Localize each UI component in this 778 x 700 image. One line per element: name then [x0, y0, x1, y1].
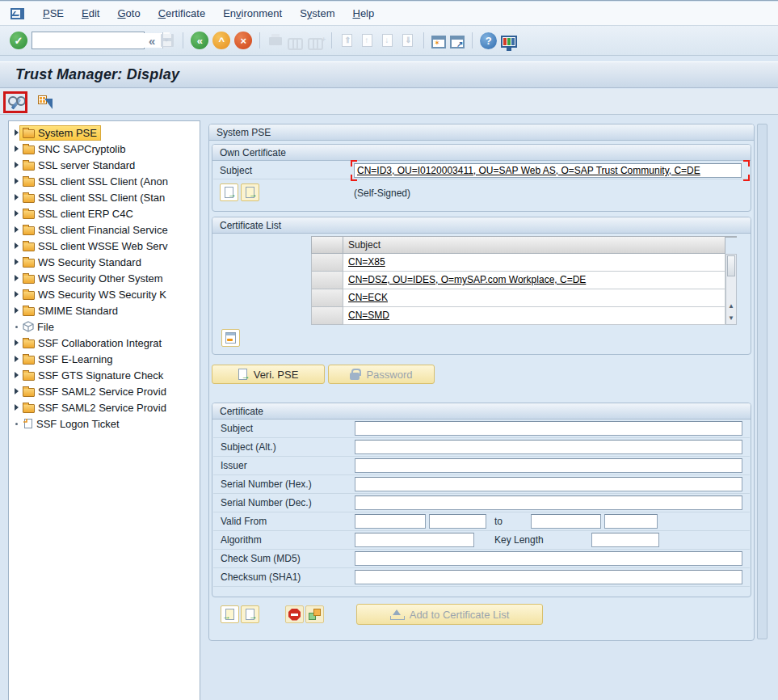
menu-help[interactable]: Help	[343, 4, 383, 23]
export-certificate-button[interactable]: →	[220, 183, 238, 201]
tree-item-system-pse[interactable]: System PSE	[12, 124, 200, 141]
help-icon[interactable]: ?	[480, 32, 497, 49]
command-input[interactable]	[32, 33, 162, 48]
last-page-icon[interactable]: ⇓	[400, 32, 416, 48]
to-label: to	[494, 516, 503, 527]
valid-to-date-field[interactable]	[531, 514, 601, 529]
control-menu-icon[interactable]	[11, 8, 24, 19]
certificate-link[interactable]: CN=SMD	[348, 310, 389, 321]
collapse-icon[interactable]: «	[149, 34, 155, 48]
password-button[interactable]: Password	[328, 365, 435, 384]
menu-certificate[interactable]: Certificate	[149, 4, 215, 23]
next-page-icon[interactable]: ↓	[380, 32, 396, 48]
valid-from-date-field[interactable]	[355, 514, 426, 529]
delete-row-button[interactable]	[221, 329, 240, 347]
row-selector[interactable]	[311, 289, 343, 307]
new-session-icon[interactable]: ✶	[431, 36, 446, 48]
menu-environment[interactable]: Environment	[214, 4, 291, 23]
menu-pse[interactable]: PSE	[34, 4, 73, 23]
row-selector[interactable]	[311, 272, 343, 289]
valid-to-time-field[interactable]	[604, 514, 658, 529]
key-length-label: Key Length	[494, 534, 544, 546]
table-row[interactable]: CN=DSZ, OU=IDES, O=mySAP.com Workplace, …	[311, 272, 737, 289]
tree-item-ssl-client-financial[interactable]: SSL client Financial Service	[12, 221, 200, 238]
print-icon[interactable]	[267, 32, 284, 48]
certificate-link[interactable]: CN=X85	[348, 256, 385, 268]
back-icon[interactable]: «	[191, 32, 208, 49]
table-row[interactable]: CN=X85	[311, 254, 737, 272]
tree-item-ssl-client-anonymous[interactable]: SSL client SSL Client (Anon	[12, 173, 200, 189]
subject-field[interactable]	[355, 421, 742, 436]
tree-item-ssf-collaboration[interactable]: SSF Collaboration Integrat	[12, 335, 200, 351]
import-certificate-file-button[interactable]: →	[241, 605, 259, 623]
key-length-field[interactable]	[591, 533, 659, 547]
command-field[interactable]: ▼	[32, 32, 145, 49]
checksum-md5-field[interactable]	[355, 551, 742, 566]
folder-icon	[23, 356, 35, 365]
stop-button[interactable]	[285, 605, 304, 623]
enter-icon[interactable]: ✓	[10, 32, 27, 49]
algorithm-field[interactable]	[355, 533, 474, 547]
tree-item-ws-security-other[interactable]: WS Security Other System	[12, 270, 200, 286]
response-button[interactable]	[305, 605, 324, 623]
tree-item-ssf-elearning[interactable]: SSF E-Learning	[12, 351, 200, 367]
subject-alt-field[interactable]	[355, 440, 742, 454]
find-icon[interactable]	[288, 35, 304, 51]
previous-page-icon[interactable]: ↑	[360, 32, 376, 48]
customize-layout-icon[interactable]	[501, 36, 517, 48]
certificate-link[interactable]: CN=DSZ, OU=IDES, O=mySAP.com Workplace, …	[348, 274, 586, 285]
table-scrollbar[interactable]: ▲ ▼	[725, 254, 737, 325]
tree-item-ssf-saml2-2[interactable]: SSF SAML2 Service Provid	[12, 399, 200, 415]
folder-icon	[23, 372, 35, 381]
standard-toolbar: ✓ ▼ « « ^ × + ⇑ ↑ ↓ ⇓ ✶ ↗ ?	[0, 26, 778, 56]
table-row[interactable]: CN=SMD	[311, 307, 737, 325]
tree-item-snc-sapcryptolib[interactable]: SNC SAPCryptolib	[12, 141, 200, 157]
issuer-field[interactable]	[355, 458, 742, 473]
tree-item-ssl-client-erp-c4c[interactable]: SSL client ERP C4C	[12, 205, 200, 221]
serial-dec-field[interactable]	[355, 495, 742, 510]
tree-item-ssl-server-standard[interactable]: SSL server Standard	[12, 157, 200, 173]
tree-item-file[interactable]: File	[12, 318, 200, 335]
tree-item-ssf-logon-ticket[interactable]: SSF Logon Ticket	[12, 415, 200, 432]
tree-item-ssf-gts[interactable]: SSF GTS Signature Check	[12, 367, 200, 383]
veri-pse-button[interactable]: → Veri. PSE	[212, 365, 325, 384]
subject-column-header[interactable]: Subject	[343, 236, 725, 254]
checksum-sha1-label: Checksum (SHA1)	[221, 571, 301, 583]
row-selector[interactable]	[311, 254, 343, 272]
first-page-icon[interactable]: ⇑	[339, 32, 355, 48]
import-icon[interactable]	[38, 95, 53, 110]
selector-column-header[interactable]	[311, 236, 343, 254]
folder-icon	[23, 404, 35, 413]
scroll-up-icon[interactable]: ▲	[726, 301, 736, 312]
table-header-row: Subject	[311, 236, 737, 254]
menu-system[interactable]: System	[291, 4, 343, 23]
add-to-certificate-list-button[interactable]: Add to Certificate List	[356, 604, 543, 625]
vertical-scrollbar[interactable]	[757, 124, 767, 639]
page-up-icon[interactable]: ^	[212, 32, 230, 49]
scrollbar-thumb[interactable]	[727, 255, 735, 276]
tree-item-ws-security-standard[interactable]: WS Security Standard	[12, 254, 200, 270]
tree-item-ssl-client-standard[interactable]: SSL client SSL Client (Stan	[12, 189, 200, 205]
save-icon[interactable]	[159, 32, 175, 48]
table-row[interactable]: CN=ECK	[311, 289, 737, 307]
row-selector[interactable]	[311, 307, 343, 325]
create-shortcut-icon[interactable]: ↗	[450, 36, 465, 48]
exit-icon[interactable]: ×	[234, 32, 252, 49]
tree-item-smime-standard[interactable]: SMIME Standard	[12, 302, 200, 318]
import-certificate-button[interactable]: →	[221, 605, 239, 623]
system-pse-group-title: System PSE	[209, 124, 754, 141]
own-subject-field[interactable]	[354, 163, 742, 178]
tree-item-ssf-saml2-1[interactable]: SSF SAML2 Service Provid	[12, 383, 200, 399]
scroll-down-icon[interactable]: ▼	[726, 313, 736, 324]
menu-edit[interactable]: Edit	[73, 4, 108, 23]
menu-goto[interactable]: Goto	[108, 4, 149, 23]
valid-from-time-field[interactable]	[429, 514, 486, 529]
folder-icon	[23, 242, 35, 251]
certificate-link[interactable]: CN=ECK	[348, 292, 388, 303]
tree-item-ssl-client-wsse[interactable]: SSL client WSSE Web Serv	[12, 238, 200, 254]
export-certificate-alt-button[interactable]: →	[241, 183, 259, 201]
find-next-icon[interactable]: +	[308, 35, 324, 51]
checksum-sha1-field[interactable]	[355, 570, 742, 584]
serial-hex-field[interactable]	[355, 477, 742, 491]
tree-item-ws-security-keys[interactable]: WS Security WS Security K	[12, 286, 200, 302]
